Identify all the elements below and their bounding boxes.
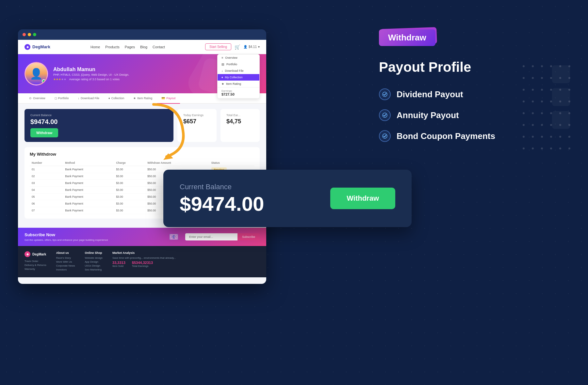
nav-contact[interactable]: Contact (153, 45, 165, 49)
nav-products[interactable]: Products (105, 45, 119, 49)
dropdown-portfolio[interactable]: ▤Portfolio (218, 61, 259, 68)
online-indicator (42, 79, 46, 83)
tab-collection[interactable]: ♦Collection (104, 93, 129, 104)
balance-card-amount: $9474.00 (180, 194, 264, 214)
user-balance[interactable]: 👤 $4.11 ▾ (243, 45, 260, 49)
balance-label: Current Balance (30, 114, 168, 117)
withdraw-button-small[interactable]: Withdraw (30, 128, 58, 137)
deco-rect-2 (552, 88, 570, 106)
tab-payout[interactable]: 💳Payout (157, 93, 180, 104)
subscribe-email-input[interactable] (185, 233, 237, 240)
check-icon-bond (379, 130, 391, 142)
browser-maximize-dot[interactable] (33, 33, 36, 36)
footer-raves-story[interactable]: Rave's Story (56, 256, 75, 259)
current-balance-card: Current Balance $9474.00 Withdraw (24, 109, 173, 142)
total-earnings-value: $4,75 (226, 118, 254, 125)
feature-bond-label: Bond Coupon Payments (397, 131, 495, 141)
nav-home[interactable]: Home (90, 45, 100, 49)
today-earnings-label: Today Earnings (183, 114, 211, 117)
tab-portfolio[interactable]: ◻Portfolio (50, 93, 74, 104)
footer-work-with-us[interactable]: Work With Us (56, 260, 75, 263)
footer-stats: 33,3313 Item Sold $5344,32313 Total Earn… (112, 261, 176, 268)
browser-close-dot[interactable] (23, 33, 26, 36)
tab-overview[interactable]: ⊙Overview (24, 93, 50, 104)
nav-pages[interactable]: Pages (125, 45, 135, 49)
footer-app-design[interactable]: App Design (85, 260, 103, 263)
dropdown-overview[interactable]: ≡Overview (218, 54, 259, 61)
col-charge: Charge (114, 160, 145, 166)
footer-about-title: About us (56, 251, 75, 254)
site-footer: ◆ DegMark Track Order Delivery & Returns… (18, 246, 266, 277)
balance-card-label: Current Balance (180, 183, 264, 191)
subscribe-button[interactable]: Subscribe (237, 233, 260, 240)
profile-info: Abdullah Mamun PHP, HTML5, CSS3, jQuery,… (53, 67, 129, 81)
subscribe-form: Subscribe (185, 233, 260, 240)
footer-market-title: Market Analysis (112, 251, 176, 254)
deco-rect-1 (552, 65, 570, 83)
site-logo: ◆ DegMark (24, 44, 50, 50)
browser-content: ◆ DegMark Home Products Pages Blog Conta… (18, 40, 266, 284)
total-earnings-card: Total Ear... $4,75 (220, 109, 260, 142)
tab-item-rating[interactable]: ★Item Rating (129, 93, 157, 104)
footer-total-earnings-value: $5344,32313 (132, 261, 153, 265)
deco-rect-3 (552, 111, 570, 129)
withdraw-button-large[interactable]: Withdraw (330, 188, 395, 209)
site-nav: Home Products Pages Blog Contact (90, 45, 165, 49)
footer-web-design[interactable]: Website design (85, 256, 103, 259)
tab-download[interactable]: ↓Download File (74, 93, 104, 104)
footer-market-desc: Save time with preconfig... environments… (112, 256, 176, 259)
col-method: Method (63, 160, 114, 166)
balance-card-overlay: Current Balance $9474.00 Withdraw (163, 170, 412, 227)
subscribe-title: Subscribe Now (24, 232, 108, 237)
dropdown-rating[interactable]: ★Item Rating (218, 81, 259, 87)
subscribe-desc: Get the updates, offers, tips and enhanc… (24, 239, 108, 241)
stats-row: Current Balance $9474.00 Withdraw Today … (24, 109, 260, 142)
dropdown-collection[interactable]: ♦My Collection (218, 74, 259, 81)
cart-icon[interactable]: 🛒 (235, 44, 240, 50)
total-earnings-label: Total Ear... (226, 114, 254, 117)
feature-dividend-label: Dividend Payout (397, 89, 463, 100)
start-selling-button[interactable]: Start Selling (205, 43, 231, 50)
footer-total-earnings-label: Total Earnings (132, 265, 153, 268)
footer-corporate[interactable]: Corporate News (56, 264, 75, 267)
user-dropdown: ≡Overview ▤Portfolio ↓Download File ♦My … (217, 54, 260, 99)
footer-track-order[interactable]: Track Order (24, 260, 46, 263)
footer-warranty[interactable]: Warranty (24, 268, 46, 270)
footer-items-sold-value: 33,3313 (112, 261, 125, 265)
check-icon-dividend (379, 88, 391, 100)
site-header: ◆ DegMark Home Products Pages Blog Conta… (18, 40, 266, 54)
col-number: Number (30, 160, 63, 166)
dropdown-download[interactable]: ↓Download File (218, 68, 259, 74)
check-icon-annuity (379, 109, 391, 121)
footer-shop-title: Online Shop (85, 251, 103, 254)
header-actions: Start Selling 🛒 👤 $4.11 ▾ (205, 43, 260, 50)
footer-ui-design[interactable]: UI/Ux Design (85, 264, 103, 267)
feature-annuity-label: Annuity Payout (397, 110, 459, 120)
today-earnings-value: $657 (183, 118, 211, 125)
profile-description: PHP, HTML5, CSS3, jQuery, Web Design, UI… (53, 73, 129, 76)
today-earnings-card: Today Earnings $657 (177, 109, 217, 142)
dropdown-earnings: Earnings: $727.50 (218, 87, 259, 98)
footer-investors[interactable]: Investors (56, 268, 75, 271)
browser-minimize-dot[interactable] (28, 33, 31, 36)
footer-seo[interactable]: Seo Marketing (85, 268, 103, 271)
profile-avatar (24, 62, 48, 85)
col-amount: Withdraw Amount (145, 160, 209, 166)
logo-icon: ◆ (24, 44, 30, 50)
nav-blog[interactable]: Blog (140, 45, 147, 49)
balance-value: $9474.00 (30, 118, 168, 126)
subscribe-banner: Subscribe Now Get the updates, offers, t… (18, 228, 266, 246)
footer-items-sold-label: Item Sold (112, 265, 125, 268)
withdraw-badge: Withdraw (379, 29, 435, 46)
profile-name: Abdullah Mamun (53, 67, 129, 72)
browser-mockup: ◆ DegMark Home Products Pages Blog Conta… (18, 29, 266, 284)
browser-titlebar (18, 29, 266, 40)
profile-rating: ★★★★★ Average rating of 3.0 based on 1 v… (53, 78, 129, 81)
footer-delivery[interactable]: Delivery & Returns (24, 264, 46, 267)
col-status: Status (209, 160, 254, 166)
withdraw-section-title: My Withdrow (30, 152, 254, 157)
